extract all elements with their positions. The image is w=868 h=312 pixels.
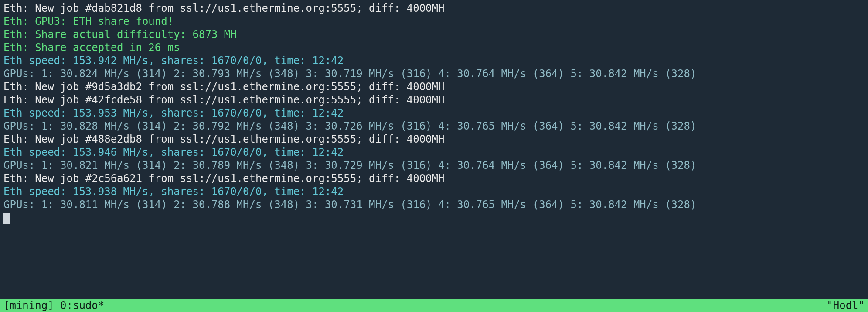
terminal-line: Eth speed: 153.942 MH/s, shares: 1670/0/… — [3, 54, 865, 67]
terminal-output: Eth: New job #dab821d8 from ssl://us1.et… — [0, 0, 868, 224]
terminal-line: Eth speed: 153.938 MH/s, shares: 1670/0/… — [3, 185, 865, 198]
terminal-line: Eth: Share accepted in 26 ms — [3, 41, 865, 54]
terminal-line: GPUs: 1: 30.824 MH/s (314) 2: 30.793 MH/… — [3, 67, 865, 80]
terminal-line: Eth: New job #488e2db8 from ssl://us1.et… — [3, 133, 865, 146]
terminal-line: GPUs: 1: 30.811 MH/s (314) 2: 30.788 MH/… — [3, 198, 865, 211]
terminal-line: Eth: Share actual difficulty: 6873 MH — [3, 28, 865, 41]
tmux-host-label: "Hodl" — [827, 299, 865, 312]
cursor-icon — [3, 213, 10, 224]
terminal-cursor-line — [3, 211, 865, 224]
tmux-session-label: [mining] 0:sudo* — [3, 299, 104, 312]
terminal-line: GPUs: 1: 30.821 MH/s (314) 2: 30.789 MH/… — [3, 159, 865, 172]
tmux-status-bar: [mining] 0:sudo* "Hodl" — [0, 299, 868, 312]
terminal-line: Eth: GPU3: ETH share found! — [3, 15, 865, 28]
terminal-line: Eth: New job #2c56a621 from ssl://us1.et… — [3, 172, 865, 185]
terminal-line: GPUs: 1: 30.828 MH/s (314) 2: 30.792 MH/… — [3, 120, 865, 133]
terminal-line: Eth: New job #9d5a3db2 from ssl://us1.et… — [3, 80, 865, 93]
terminal-window[interactable]: Eth: New job #dab821d8 from ssl://us1.et… — [0, 0, 868, 312]
terminal-line: Eth: New job #42fcde58 from ssl://us1.et… — [3, 93, 865, 106]
terminal-line: Eth speed: 153.953 MH/s, shares: 1670/0/… — [3, 106, 865, 120]
terminal-line: Eth: New job #dab821d8 from ssl://us1.et… — [3, 2, 865, 15]
terminal-line: Eth speed: 153.946 MH/s, shares: 1670/0/… — [3, 146, 865, 159]
